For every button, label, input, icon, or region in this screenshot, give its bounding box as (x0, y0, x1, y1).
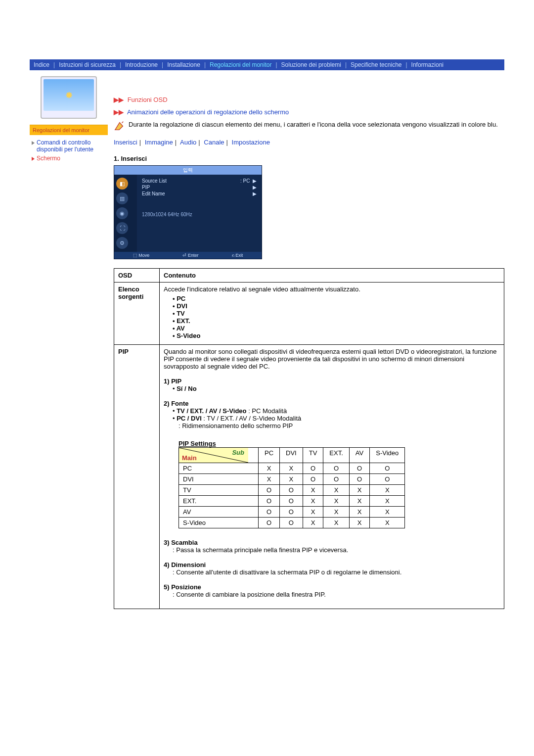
info-icon (114, 121, 125, 132)
osd-footer: ⬚ Move ⏎ Enter ⎌ Exit (114, 252, 262, 259)
nav-introduzione[interactable]: Introduzione (125, 61, 158, 68)
tab-canale[interactable]: Canale (204, 139, 224, 146)
cell-osd: Elenco sorgenti (114, 283, 160, 345)
tab-immagine[interactable]: Immagine (145, 139, 173, 146)
pip-matrix-table: Main Sub PC DVI TV EXT. AV S-V (178, 447, 405, 528)
info-text: Durante la regolazione di ciascun elemen… (129, 121, 498, 132)
nav-informazioni[interactable]: Informazioni (411, 61, 444, 68)
link-animazioni[interactable]: Animazioni delle operazioni di regolazio… (127, 108, 289, 116)
tab-links: Inserisci| Immagine| Audio| Canale| Impo… (114, 139, 504, 146)
pip-settings-title: PIP Settings (178, 440, 500, 447)
sidebar-link-label: Schermo (37, 155, 60, 162)
nav-soluzione[interactable]: Soluzione dei problemi (281, 61, 341, 68)
pip-corner-cell: Main Sub (179, 448, 259, 463)
monitor-thumbnail: ❋ (30, 70, 108, 125)
osd-icon-input: ◧ (116, 178, 128, 189)
sidebar-title: Regolazioni del monitor (30, 125, 108, 135)
osd-icon-picture: ▥ (116, 192, 128, 204)
sidebar-link-label: Comandi di controllo disponibili per l'u… (37, 139, 106, 153)
nav-installazione[interactable]: Installazione (167, 61, 200, 68)
table-row: PIP Quando al monitor sono collegati dis… (114, 345, 504, 609)
double-arrow-icon: ▶▶ (114, 96, 124, 103)
cell-content: Quando al monitor sono collegati disposi… (160, 345, 504, 609)
osd-item-source-list: Source List : PC ▶ (140, 178, 259, 184)
nav-specifiche[interactable]: Specifiche tecniche (351, 61, 401, 68)
sidebar-link-schermo[interactable]: Schermo (32, 154, 106, 163)
nav-regolazioni[interactable]: Regolazioni del monitor (210, 61, 271, 68)
top-nav: Indice| Istruzioni di sicurezza| Introdu… (30, 59, 504, 70)
main-content: ▶▶ Funzioni OSD ▶▶ Animazioni delle oper… (108, 70, 504, 609)
table-row: Elenco sorgenti Accede l'indicatore rela… (114, 283, 504, 345)
osd-icon-sound: ◉ (116, 207, 128, 219)
sidebar: ❋ Regolazioni del monitor Comandi di con… (30, 70, 108, 609)
th-osd: OSD (114, 269, 160, 283)
osd-item-edit-name: Edit Name ▶ (140, 190, 259, 197)
double-arrow-icon: ▶▶ (114, 108, 124, 116)
sidebar-link-comandi[interactable]: Comandi di controllo disponibili per l'u… (32, 138, 106, 154)
osd-item-pip: PIP ▶ (140, 184, 259, 190)
triangle-icon (32, 157, 35, 161)
link-funzioni-osd[interactable]: Funzioni OSD (128, 96, 168, 103)
tab-impostazione[interactable]: Impostazione (232, 139, 270, 146)
osd-screenshot: 입력 ◧ ▥ ◉ ⛶ ⚙ Source List : PC ▶ (114, 165, 262, 259)
cell-content: Accede l'indicatore relativo al segnale … (160, 283, 504, 345)
cell-osd: PIP (114, 345, 160, 609)
osd-icon-channel: ⛶ (116, 222, 128, 234)
osd-shot-title: 입력 (114, 166, 262, 175)
nav-istruzioni[interactable]: Istruzioni di sicurezza (59, 61, 116, 68)
nav-indice[interactable]: Indice (34, 61, 49, 68)
section-heading-inserisci: 1. Inserisci (114, 155, 504, 162)
osd-icon-setup: ⚙ (116, 237, 128, 249)
tab-inserisci[interactable]: Inserisci (114, 139, 137, 146)
osd-resolution: 1280x1024 64Hz 60Hz (140, 197, 259, 218)
tab-audio[interactable]: Audio (180, 139, 196, 146)
triangle-icon (32, 141, 35, 145)
th-contenuto: Contenuto (160, 269, 504, 283)
osd-table: OSD Contenuto Elenco sorgenti Accede l'i… (114, 268, 504, 609)
